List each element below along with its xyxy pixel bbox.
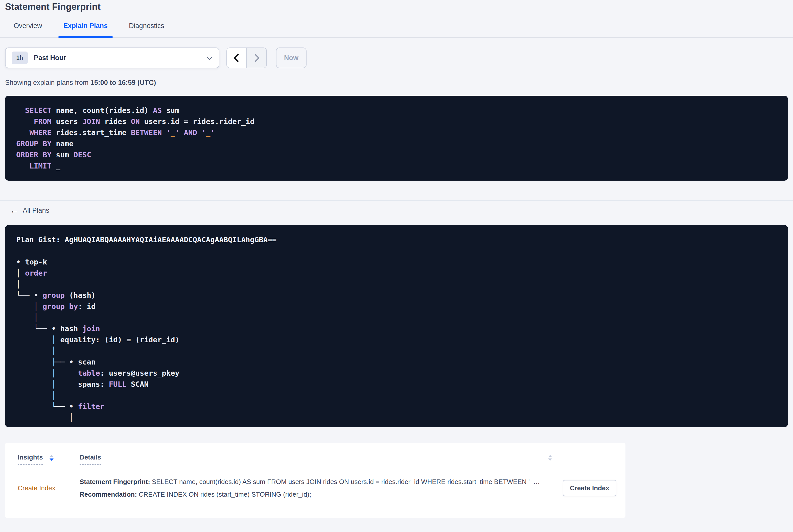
active-tab-underline — [58, 36, 113, 38]
plan-gist-block: Plan Gist: AgHUAQIABQAAAAHYAQIAiAEAAAADC… — [5, 225, 788, 427]
recommendation-value: CREATE INDEX ON rides (start_time) STORI… — [137, 491, 311, 498]
time-range-badge: 1h — [12, 52, 28, 64]
details-header-label[interactable]: Details — [80, 453, 101, 465]
page-title: Statement Fingerprint — [5, 1, 788, 12]
tab-explain-plans[interactable]: Explain Plans — [58, 21, 113, 37]
time-toolbar: 1h Past Hour Now — [5, 48, 788, 68]
sort-down-triangle — [50, 458, 54, 461]
time-range-label: Past Hour — [34, 54, 66, 62]
back-arrow-icon: ← — [10, 206, 18, 214]
sort-up-triangle — [548, 455, 552, 457]
plan-gist-tree: Plan Gist: AgHUAQIABQAAAAHYAQIAiAEAAAADC… — [16, 234, 778, 423]
insights-header-label[interactable]: Insights — [18, 453, 43, 465]
insights-table-header: Insights Details — [5, 443, 625, 468]
tab-bar: Overview Explain Plans Diagnostics — [0, 21, 793, 38]
statement-fingerprint-value: SELECT name, count(rides.id) AS sum FROM… — [150, 478, 540, 486]
all-plans-label: All Plans — [23, 207, 49, 214]
time-range-select[interactable]: 1h Past Hour — [5, 48, 219, 68]
chevron-right-icon — [251, 54, 260, 62]
insight-type-link[interactable]: Create Index — [18, 484, 55, 492]
table-row: Create Index Statement Fingerprint: SELE… — [5, 468, 625, 510]
insight-cell: Create Index — [18, 475, 80, 501]
showing-range-text: Showing explain plans from 15:00 to 16:5… — [5, 79, 788, 87]
sort-icon-insights[interactable] — [50, 455, 54, 461]
prev-time-button[interactable] — [227, 48, 246, 68]
recommendation-line: Recommendation: CREATE INDEX ON rides (s… — [80, 488, 553, 501]
tab-explain-plans-label: Explain Plans — [63, 22, 108, 30]
sort-icon-details[interactable] — [548, 455, 552, 461]
insights-column-header: Insights — [18, 453, 80, 468]
statement-fingerprint-line: Statement Fingerprint: SELECT name, coun… — [80, 475, 553, 488]
insights-table: Insights Details Create Index Statem — [5, 443, 625, 518]
section-divider — [0, 200, 793, 201]
details-cell: Statement Fingerprint: SELECT name, coun… — [80, 475, 553, 501]
recommendation-label: Recommendation: — [80, 491, 137, 498]
action-cell: Create Index — [553, 475, 616, 501]
showing-range: 15:00 to 16:59 (UTC) — [91, 79, 156, 87]
sql-statement-block: SELECT name, count(rides.id) AS sum FROM… — [5, 96, 788, 180]
create-index-button[interactable]: Create Index — [563, 480, 616, 496]
chevron-down-icon — [206, 54, 212, 60]
sql-statement-text: SELECT name, count(rides.id) AS sum FROM… — [16, 105, 778, 172]
time-pager — [226, 48, 267, 68]
next-time-button[interactable] — [246, 48, 266, 68]
sort-up-triangle — [50, 455, 54, 457]
statement-fingerprint-label: Statement Fingerprint: — [80, 478, 150, 486]
sort-down-triangle — [548, 458, 552, 461]
chevron-left-icon — [233, 54, 242, 62]
now-button[interactable]: Now — [276, 48, 306, 68]
showing-prefix: Showing explain plans from — [5, 79, 91, 87]
all-plans-link[interactable]: ← All Plans — [5, 206, 49, 214]
details-column-header: Details — [80, 453, 553, 468]
statement-fingerprint-page: Statement Fingerprint Overview Explain P… — [0, 0, 793, 518]
tab-overview[interactable]: Overview — [8, 21, 47, 37]
tab-diagnostics[interactable]: Diagnostics — [124, 21, 169, 37]
